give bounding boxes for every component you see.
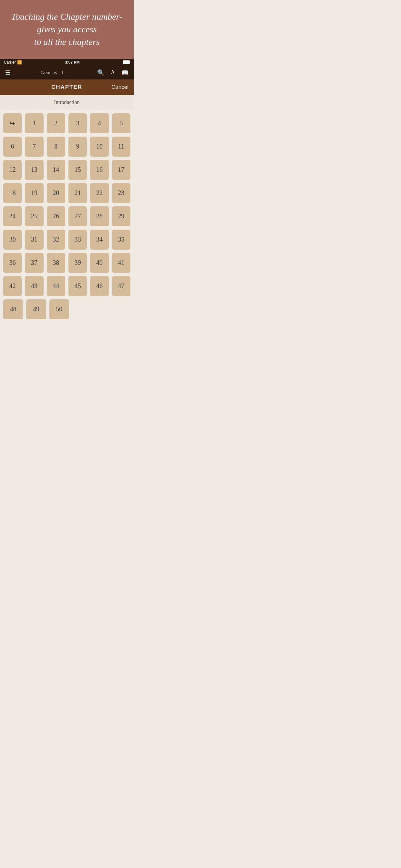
chapter-button-2[interactable]: 2 — [47, 113, 65, 133]
chapter-button-48[interactable]: 48 — [3, 299, 23, 319]
chapter-button-12[interactable]: 12 — [3, 160, 22, 180]
carrier-label: Carrier 📶 — [4, 60, 22, 65]
chapter-button-13[interactable]: 13 — [25, 160, 43, 180]
share-button[interactable]: ↪ — [3, 113, 22, 133]
chapter-button-17[interactable]: 17 — [112, 160, 130, 180]
chapter-button-40[interactable]: 40 — [90, 253, 109, 273]
empty-cell — [93, 299, 110, 319]
chapter-row: 181920212223 — [3, 183, 130, 203]
introduction-text: Introduction — [54, 99, 80, 105]
tooltip-text: Touching the Chapter number-gives you ac… — [8, 10, 126, 49]
introduction-row[interactable]: Introduction — [0, 95, 134, 110]
chapter-button-26[interactable]: 26 — [47, 206, 65, 226]
chapter-button-41[interactable]: 41 — [112, 253, 130, 273]
wifi-icon: 📶 — [17, 60, 22, 65]
chapter-header: CHAPTER Cancel — [0, 80, 134, 95]
chapter-button-47[interactable]: 47 — [112, 276, 130, 296]
chapter-button-22[interactable]: 22 — [90, 183, 109, 203]
chapter-button-42[interactable]: 42 — [3, 276, 22, 296]
battery-icon — [123, 60, 130, 64]
chapter-button-29[interactable]: 29 — [112, 206, 130, 226]
chapters-grid: ↪123456789101112131415161718192021222324… — [0, 110, 134, 326]
chapter-button-30[interactable]: 30 — [3, 229, 22, 250]
chapter-button-32[interactable]: 32 — [47, 229, 65, 250]
chapter-button-35[interactable]: 35 — [112, 229, 130, 250]
chapter-button-37[interactable]: 37 — [25, 253, 43, 273]
tooltip-banner: Touching the Chapter number-gives you ac… — [0, 0, 134, 59]
chapter-button-5[interactable]: 5 — [112, 113, 130, 133]
status-time: 3:07 PM — [65, 60, 80, 65]
chapter-button-38[interactable]: 38 — [47, 253, 65, 273]
chapter-button-39[interactable]: 39 — [68, 253, 87, 273]
chapter-button-25[interactable]: 25 — [25, 206, 43, 226]
search-icon[interactable]: 🔍 — [97, 69, 104, 76]
chapter-button-15[interactable]: 15 — [68, 160, 87, 180]
font-icon[interactable]: A — [111, 69, 115, 76]
chapter-button-3[interactable]: 3 — [68, 113, 87, 133]
chapter-button-19[interactable]: 19 — [25, 183, 43, 203]
status-bar: Carrier 📶 3:07 PM — [0, 59, 134, 66]
chapter-row: 424344454647 — [3, 276, 130, 296]
chapter-header-title: CHAPTER — [5, 84, 128, 90]
chapter-button-9[interactable]: 9 — [68, 136, 87, 157]
chapter-button-6[interactable]: 6 — [3, 136, 22, 157]
chapter-button-45[interactable]: 45 — [68, 276, 87, 296]
empty-cell — [113, 299, 130, 319]
chapter-button-43[interactable]: 43 — [25, 276, 43, 296]
chapter-button-27[interactable]: 27 — [68, 206, 87, 226]
chapter-button-36[interactable]: 36 — [3, 253, 22, 273]
book-icon[interactable]: 📖 — [121, 69, 128, 76]
nav-icons: 🔍 A 📖 — [97, 69, 128, 76]
chapter-button-34[interactable]: 34 — [90, 229, 109, 250]
nav-bar: ☰ Genesis - 1 - 🔍 A 📖 — [0, 66, 134, 80]
chapter-button-18[interactable]: 18 — [3, 183, 22, 203]
chapter-row: ↪12345 — [3, 113, 130, 133]
chapter-row: 484950 — [3, 299, 130, 319]
chapter-button-28[interactable]: 28 — [90, 206, 109, 226]
chapter-button-24[interactable]: 24 — [3, 206, 22, 226]
chapter-button-49[interactable]: 49 — [26, 299, 46, 319]
chapter-button-11[interactable]: 11 — [112, 136, 130, 157]
chapter-button-4[interactable]: 4 — [90, 113, 109, 133]
chapter-row: 303132333435 — [3, 229, 130, 250]
nav-title: Genesis - 1 - — [41, 70, 67, 75]
chapter-button-23[interactable]: 23 — [112, 183, 130, 203]
chapter-button-33[interactable]: 33 — [68, 229, 87, 250]
chapter-button-46[interactable]: 46 — [90, 276, 109, 296]
menu-icon[interactable]: ☰ — [5, 69, 10, 76]
chapter-row: 242526272829 — [3, 206, 130, 226]
chapter-button-1[interactable]: 1 — [25, 113, 43, 133]
chapter-button-31[interactable]: 31 — [25, 229, 43, 250]
chapter-button-16[interactable]: 16 — [90, 160, 109, 180]
chapter-button-7[interactable]: 7 — [25, 136, 43, 157]
chapter-row: 67891011 — [3, 136, 130, 157]
chapter-button-8[interactable]: 8 — [47, 136, 65, 157]
chapter-row: 363738394041 — [3, 253, 130, 273]
chapter-button-21[interactable]: 21 — [68, 183, 87, 203]
chapter-button-14[interactable]: 14 — [47, 160, 65, 180]
chapter-button-50[interactable]: 50 — [50, 299, 69, 319]
cancel-button[interactable]: Cancel — [112, 84, 128, 90]
chapter-row: 121314151617 — [3, 160, 130, 180]
chapter-button-44[interactable]: 44 — [47, 276, 65, 296]
empty-cell — [72, 299, 89, 319]
chapter-button-20[interactable]: 20 — [47, 183, 65, 203]
carrier-text: Carrier — [4, 60, 16, 65]
chapter-button-10[interactable]: 10 — [90, 136, 109, 157]
